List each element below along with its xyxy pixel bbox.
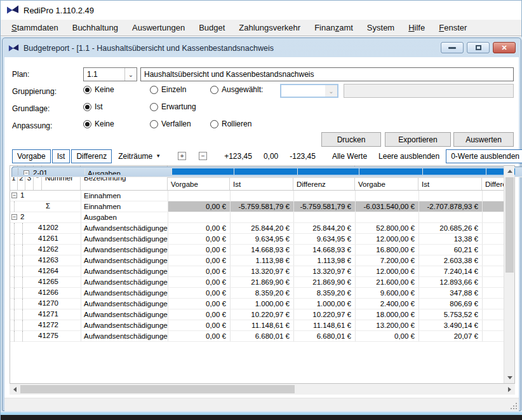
- auswerten-button[interactable]: Auswerten: [453, 132, 514, 147]
- cell-value[interactable]: 0,00 €: [355, 331, 418, 341]
- cell-value[interactable]: [293, 212, 355, 222]
- table-row[interactable]: 41262Aufwandsentschädigungen0,00 €14.668…: [10, 245, 504, 255]
- cell-value[interactable]: 12.000,00 €: [355, 266, 418, 276]
- anpassung-radio-rollieren[interactable]: Rollieren: [210, 119, 251, 128]
- collapse-node-icon[interactable]: −: [11, 214, 17, 220]
- table-row[interactable]: 41265Aufwandsentschädigungen0,00 €21.869…: [10, 277, 504, 288]
- menu-item-hilfe[interactable]: Hilfe: [401, 20, 432, 35]
- cell-value[interactable]: 0,00 €: [168, 255, 230, 266]
- cell-value[interactable]: [355, 212, 418, 222]
- vertical-scrollbar[interactable]: [504, 166, 514, 383]
- gruppierung-radio-keine[interactable]: Keine: [83, 85, 114, 94]
- resize-grip-icon[interactable]: [510, 402, 518, 410]
- table-row[interactable]: 41263Aufwandsentschädigungen0,00 €1.113,…: [10, 255, 504, 266]
- anpassung-radio-verfallen[interactable]: Verfallen: [150, 119, 191, 128]
- cell-value[interactable]: 6.680,01 €: [230, 331, 293, 341]
- cell-value[interactable]: 11.148,61 €: [293, 320, 355, 330]
- table-row[interactable]: 41272Aufwandsentschädigungen0,00 €11.148…: [10, 320, 504, 331]
- cell-value[interactable]: 6.680,01 €: [293, 331, 355, 341]
- cell-value[interactable]: 3.490,14 €: [418, 320, 482, 330]
- subcolumn-header-ist-0[interactable]: Ist: [230, 178, 293, 190]
- cell-value[interactable]: 25.844,20 €: [293, 223, 355, 233]
- format-positive-button[interactable]: +123,45: [219, 149, 257, 163]
- cell-value[interactable]: [230, 212, 293, 222]
- subcolumn-header-ist-1[interactable]: Ist: [418, 178, 482, 190]
- exportieren-button[interactable]: Exportieren: [385, 132, 451, 147]
- cell-value[interactable]: [293, 191, 355, 201]
- differenz-toggle[interactable]: Differenz: [71, 149, 112, 163]
- gruppierung-radio-ausgewählt[interactable]: Ausgewählt:: [210, 85, 263, 94]
- cell-value[interactable]: 18.000,00 €: [355, 309, 418, 320]
- menu-item-budget[interactable]: Budget: [192, 20, 232, 35]
- minimize-button[interactable]: [441, 42, 464, 53]
- menu-item-buchhaltung[interactable]: Buchhaltung: [65, 20, 125, 35]
- plan-combobox[interactable]: 1.1 ⌄: [83, 67, 137, 81]
- cell-value[interactable]: 1.000,00 €: [293, 299, 355, 309]
- close-button[interactable]: ✕: [493, 42, 516, 53]
- subcolumn-header-differenz-0[interactable]: Differenz: [293, 178, 355, 190]
- cell-value[interactable]: [359, 168, 422, 175]
- table-row[interactable]: 41270Aufwandsentschädigungen0,00 €1.000,…: [10, 299, 504, 309]
- cell-value[interactable]: 12.000,00 €: [355, 234, 418, 244]
- cell-value[interactable]: 9.634,95 €: [293, 234, 355, 244]
- cell-value[interactable]: 0,00 €: [168, 288, 230, 298]
- cell-value[interactable]: [168, 212, 230, 222]
- radio-icon[interactable]: [150, 86, 158, 94]
- cell-value[interactable]: 16.800,00 €: [355, 245, 418, 255]
- grundlage-radio-ist[interactable]: Ist: [83, 102, 103, 111]
- cell-value[interactable]: 2.603,38 €: [418, 255, 482, 266]
- cell-value[interactable]: 7.240,14 €: [418, 266, 482, 276]
- anpassung-radio-keine[interactable]: Keine: [83, 119, 114, 128]
- cell-value[interactable]: 1.113,98 €: [293, 255, 355, 266]
- table-row[interactable]: −2-01Ausgaben: [11, 166, 522, 177]
- child-titlebar[interactable]: Budgetreport - [1.1 - Haushaltsübersicht…: [4, 39, 519, 57]
- menu-item-stammdaten[interactable]: Stammdaten: [4, 20, 65, 35]
- plan-combobox-dropdown-button[interactable]: ⌄: [124, 68, 137, 81]
- cell-value[interactable]: 0,00 €: [168, 320, 230, 330]
- restore-button[interactable]: [467, 42, 490, 53]
- cell-value[interactable]: [297, 168, 359, 175]
- zeitraeume-dropdown[interactable]: Zeiträume▼: [113, 149, 166, 163]
- collapse-all-button[interactable]: −: [193, 149, 213, 163]
- subcolumn-header-vorgabe-0[interactable]: Vorgabe: [168, 178, 230, 190]
- grundlage-radio-erwartung[interactable]: Erwartung: [150, 102, 196, 111]
- cell-value[interactable]: 20,07 €: [418, 331, 482, 341]
- cell-value[interactable]: 21.600,00 €: [355, 277, 418, 287]
- cell-value[interactable]: 0,00 €: [168, 266, 230, 276]
- cell-value[interactable]: -5.759.581,79 €: [230, 201, 293, 212]
- cell-value[interactable]: -2.707.878,93 €: [418, 201, 482, 212]
- table-row[interactable]: −2Ausgaben: [10, 212, 504, 223]
- cell-value[interactable]: [418, 212, 482, 222]
- cell-value[interactable]: 60,21 €: [418, 245, 482, 255]
- cell-value[interactable]: 2.400,00 €: [355, 299, 418, 309]
- menu-item-fenster[interactable]: Fenster: [432, 20, 474, 35]
- cell-value[interactable]: 13.320,97 €: [230, 266, 293, 276]
- cell-value[interactable]: 1.113,98 €: [230, 255, 293, 266]
- cell-value[interactable]: [171, 168, 234, 175]
- radio-icon[interactable]: [150, 120, 158, 128]
- horizontal-scrollbar[interactable]: [10, 384, 515, 395]
- format-zero-button[interactable]: 0,00: [258, 149, 283, 163]
- cell-value[interactable]: 0,00 €: [168, 331, 230, 341]
- cell-value[interactable]: 20.685,26 €: [418, 223, 482, 233]
- cell-value[interactable]: 0,00 €: [168, 245, 230, 255]
- menu-item-system[interactable]: System: [360, 20, 401, 35]
- cell-value[interactable]: 14.668,93 €: [293, 245, 355, 255]
- cell-value[interactable]: 21.869,90 €: [293, 277, 355, 287]
- cell-value[interactable]: -6.031.540,00 €: [355, 201, 418, 212]
- horizontal-scrollbar-thumb[interactable]: [20, 385, 295, 393]
- collapse-node-icon[interactable]: −: [11, 193, 17, 198]
- cell-value[interactable]: 12.893,66 €: [418, 277, 482, 287]
- cell-value[interactable]: 21.869,90 €: [230, 277, 293, 287]
- cell-value[interactable]: 0,00 €: [168, 223, 230, 233]
- cell-value[interactable]: 0,00 €: [168, 201, 230, 212]
- cell-value[interactable]: [422, 168, 486, 175]
- cell-value[interactable]: 8.359,20 €: [230, 288, 293, 298]
- nullwerte-ausblenden-toggle[interactable]: 0-Werte ausblenden: [446, 149, 522, 163]
- menu-item-auswertungen[interactable]: Auswertungen: [125, 20, 192, 35]
- cell-value[interactable]: 13,38 €: [418, 234, 482, 244]
- ist-toggle[interactable]: Ist: [52, 149, 70, 163]
- cell-value[interactable]: 13.320,97 €: [293, 266, 355, 276]
- radio-icon[interactable]: [210, 86, 218, 94]
- drucken-button[interactable]: Drucken: [321, 132, 381, 147]
